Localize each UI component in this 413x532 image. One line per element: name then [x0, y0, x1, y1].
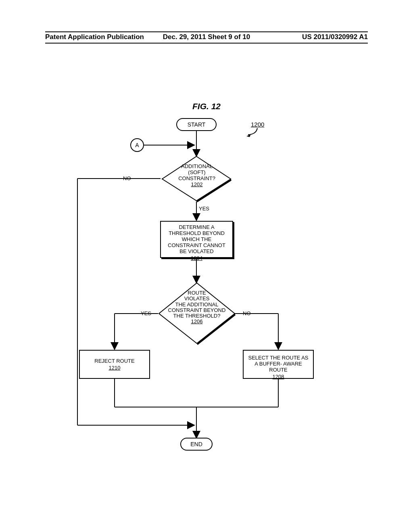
decision2-line4: CONSTRAINT BEYOND [165, 308, 229, 313]
header-rule-top [45, 31, 368, 32]
decision1-no-label: NO [123, 175, 131, 181]
end-label: END [190, 441, 202, 447]
process-select-ref: 1208 [247, 374, 310, 380]
decision1-label: ADDITIONAL (SOFT) CONSTRAINT? 1202 [169, 164, 225, 188]
process-reject-text: REJECT ROUTE [94, 358, 134, 364]
decision2-ref: 1206 [165, 319, 229, 324]
header-rule-bottom [45, 43, 368, 44]
process-threshold-text: DETERMINE A THRESHOLD BEYOND WHICH THE C… [168, 224, 225, 254]
process-reject-ref: 1210 [83, 365, 146, 371]
decision1-yes-label: YES [199, 206, 209, 212]
decision2-label: ROUTE VIOLATES THE ADDITIONAL CONSTRAINT… [165, 290, 229, 325]
header-middle: Dec. 29, 2011 Sheet 9 of 10 [144, 33, 269, 41]
process-select: SELECT THE ROUTE AS A BUFFER- AWARE ROUT… [243, 350, 314, 379]
figure-title: FIG. 12 [0, 102, 413, 111]
decision2-line5: THE THRESHOLD? [165, 313, 229, 319]
decision1-line2: (SOFT) [169, 170, 225, 176]
decision2-line2: VIOLATES [165, 296, 229, 301]
decision2-yes-label: YES [141, 310, 151, 316]
decision2-line3: THE ADDITIONAL [165, 302, 229, 308]
decision1-line3: CONSTRAINT? [169, 176, 225, 182]
process-select-text: SELECT THE ROUTE AS A BUFFER- AWARE ROUT… [248, 355, 308, 373]
decision1-ref: 1202 [169, 182, 225, 188]
process-threshold: DETERMINE A THRESHOLD BEYOND WHICH THE C… [160, 221, 233, 258]
end-node: END [180, 438, 213, 451]
process-reject: REJECT ROUTE 1210 [79, 350, 150, 379]
decision2-no-label: NO [243, 310, 251, 316]
decision1-line1: ADDITIONAL [169, 164, 225, 170]
header-right: US 2011/0320992 A1 [302, 33, 368, 41]
process-threshold-ref: 1204 [164, 255, 229, 261]
decision2-line1: ROUTE [165, 290, 229, 296]
page: Patent Application Publication Dec. 29, … [0, 0, 413, 532]
header-left: Patent Application Publication [45, 33, 144, 41]
